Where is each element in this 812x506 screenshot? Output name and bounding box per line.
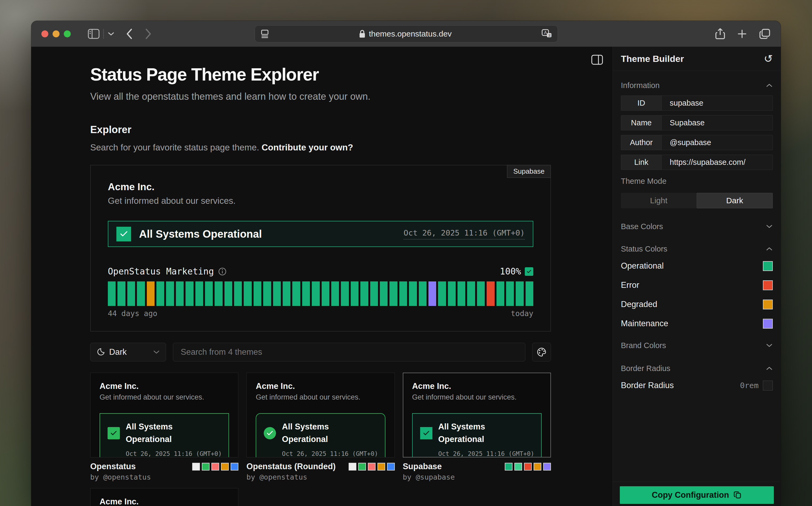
theme-swatches [505,463,551,471]
section-border-radius[interactable]: Border Radius [621,362,773,374]
close-window-button[interactable] [42,30,48,37]
uptime-bar-operational[interactable] [234,281,242,306]
address-bar[interactable]: themes.openstatus.dev A文 [255,25,558,43]
uptime-bar-operational[interactable] [166,281,174,306]
uptime-bar-operational[interactable] [526,281,533,306]
panel-toggle-icon[interactable] [591,55,603,65]
color-picker-chip[interactable] [763,280,773,290]
chevron-down-icon[interactable] [107,32,115,36]
info-field-value[interactable]: supabase [662,96,772,110]
uptime-bar-operational[interactable] [477,281,485,306]
share-icon[interactable] [715,28,725,40]
new-tab-icon[interactable] [737,29,747,39]
uptime-bar-operational[interactable] [215,281,222,306]
uptime-bar-operational[interactable] [156,281,164,306]
forward-icon[interactable] [145,28,152,39]
section-base-colors[interactable]: Base Colors [621,221,773,232]
uptime-bar-operational[interactable] [224,281,232,306]
uptime-bar-operational[interactable] [409,281,417,306]
uptime-bar-operational[interactable] [331,281,339,306]
uptime-bar-operational[interactable] [516,281,523,306]
color-picker-chip[interactable] [763,261,773,271]
zoom-window-button[interactable] [64,30,71,37]
uptime-bar-operational[interactable] [467,281,475,306]
sidebar-toggle-icon[interactable] [88,29,99,39]
uptime-bar-operational[interactable] [244,281,251,306]
uptime-bar-operational[interactable] [389,281,397,306]
theme-card-supabase[interactable]: Acme Inc. Get informed about our service… [403,372,551,457]
uptime-bar-operational[interactable] [137,281,145,306]
minimize-window-button[interactable] [53,30,60,37]
theme-mode-dropdown[interactable]: Dark [90,343,166,361]
copy-configuration-button[interactable]: Copy Configuration [620,486,774,504]
info-field-label: Link [621,155,662,170]
reset-icon[interactable]: ↺ [764,53,773,64]
uptime-bar-operational[interactable] [292,281,300,306]
uptime-bar-operational[interactable] [263,281,271,306]
search-input[interactable] [173,343,525,361]
theme-card-partial[interactable]: Acme Inc. Get informed about our service… [90,488,238,506]
uptime-bar-operational[interactable] [419,281,427,306]
palette-button[interactable] [532,343,551,361]
uptime-bar-operational[interactable] [108,281,116,306]
theme-label-openstatus: Openstatus by @openstatus [90,462,238,481]
uptime-bar-operational[interactable] [283,281,290,306]
uptime-bar-operational[interactable] [186,281,193,306]
uptime-bar-operational[interactable] [118,281,125,306]
uptime-bar-error[interactable] [487,281,494,306]
uptime-bar-operational[interactable] [380,281,387,306]
info-field-value[interactable]: Supabase [662,115,772,130]
uptime-bar-operational[interactable] [448,281,456,306]
status-label: All Systems Operational [139,228,262,240]
uptime-bar-operational[interactable] [497,281,504,306]
explorer-heading: Explorer [90,124,551,136]
info-icon[interactable] [218,267,227,276]
uptime-check-icon[interactable] [525,267,533,276]
uptime-bar-maintenance[interactable] [428,281,436,306]
uptime-bar-operational[interactable] [438,281,446,306]
theme-card-openstatus[interactable]: Acme Inc. Get informed about our service… [90,372,238,457]
uptime-bar-operational[interactable] [127,281,135,306]
uptime-bar-operational[interactable] [205,281,213,306]
theme-card-openstatus-rounded[interactable]: Acme Inc. Get informed about our service… [246,372,394,457]
uptime-bar-operational[interactable] [302,281,310,306]
mini-status-line1: All Systems [438,422,485,431]
border-radius-chip[interactable] [763,381,773,391]
uptime-bar-degraded[interactable] [147,281,155,306]
uptime-bar-operational[interactable] [312,281,319,306]
info-field-value[interactable]: https://supabase.com/ [662,155,772,170]
translate-icon[interactable]: A文 [541,29,552,39]
uptime-bar-operational[interactable] [253,281,261,306]
mini-subtitle: Get informed about our services. [99,393,229,402]
section-status-colors[interactable]: Status Colors [621,243,773,255]
status-timestamp[interactable]: Oct 26, 2025 11:16 (GMT+0) [403,228,525,240]
theme-mode-light[interactable]: Light [621,193,697,208]
back-icon[interactable] [126,28,133,39]
color-picker-chip[interactable] [763,319,773,329]
uptime-bar-operational[interactable] [176,281,183,306]
status-color-label: Error [621,280,639,290]
chevron-down-icon [766,343,773,348]
contribute-link[interactable]: Contribute your own? [262,143,353,152]
uptime-bar-operational[interactable] [506,281,514,306]
uptime-bar-operational[interactable] [399,281,407,306]
theme-mode-dark[interactable]: Dark [697,193,773,208]
moon-icon [96,348,105,356]
section-information[interactable]: Information [621,80,773,91]
uptime-bar-operational[interactable] [351,281,359,306]
mini-timestamp: Oct 26, 2025 11:16 (GMT+0) [438,450,534,457]
section-brand-colors[interactable]: Brand Colors [621,340,773,351]
uptime-bar-operational[interactable] [370,281,378,306]
uptime-bar-operational[interactable] [341,281,349,306]
uptime-bar-operational[interactable] [360,281,368,306]
info-field-value[interactable]: @supabase [662,135,772,150]
uptime-bar-operational[interactable] [196,281,203,306]
reader-view-icon[interactable] [260,28,269,39]
info-field-name: NameSupabase [621,115,773,131]
uptime-bar-operational[interactable] [322,281,329,306]
uptime-bar-operational[interactable] [273,281,281,306]
uptime-bar-operational[interactable] [457,281,465,306]
color-swatch [543,463,551,471]
tab-overview-icon[interactable] [759,28,770,39]
color-picker-chip[interactable] [763,300,773,310]
